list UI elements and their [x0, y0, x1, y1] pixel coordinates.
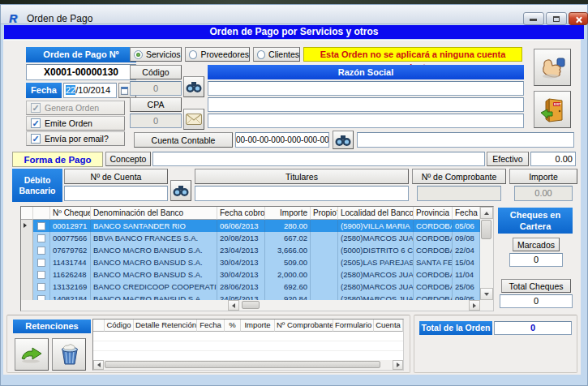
maximize-button[interactable]	[546, 12, 567, 25]
search-cuenta-contable-button[interactable]	[333, 131, 354, 149]
cheques-col-header-3[interactable]: Importe	[265, 207, 311, 220]
cheques-col-header-2[interactable]: Fecha cobro	[217, 207, 265, 220]
cheque-cell	[311, 232, 338, 244]
retenciones-col-header-1[interactable]: Detalle Retención	[134, 320, 197, 332]
radio-servicios[interactable]: Servicios	[130, 47, 182, 62]
checkbox-icon: ✓	[31, 118, 41, 128]
cheque-cell: BANCO CREDICOOP COOPERATIVO LIMITA	[91, 281, 217, 293]
cheques-col-header-5[interactable]: Localidad del Banco	[338, 207, 414, 220]
checkbox-icon: ✓	[31, 134, 41, 144]
order-number-field[interactable]: X0001-00000130	[26, 64, 136, 80]
row-selector-cell[interactable]	[21, 268, 33, 281]
email-button[interactable]	[183, 109, 204, 130]
cheques-col-header-6[interactable]: Provincia	[414, 207, 453, 220]
codigo-button[interactable]: Código	[130, 65, 182, 79]
titulares-field[interactable]	[195, 186, 409, 201]
cheque-row[interactable]: 07679762BANCO MACRO BANSUD S.A.23/04/201…	[21, 244, 480, 256]
codigo-field: 0	[130, 81, 182, 96]
process-retencion-button[interactable]	[15, 338, 49, 371]
cheques-col-header-1[interactable]: Denominación del Banco	[91, 207, 217, 220]
checkbox-emite-orden[interactable]: ✓Emite Orden	[26, 116, 125, 131]
cheque-cell: (2580)MARCOS JUAREZ	[338, 268, 414, 281]
cuenta-contable-detalle-field[interactable]	[357, 132, 574, 148]
cheque-checkbox[interactable]	[37, 283, 45, 291]
cheque-cell: (2580)MARCOS JUAREZ	[338, 232, 414, 244]
concepto-field[interactable]	[152, 152, 485, 166]
cheque-checkbox[interactable]	[37, 271, 45, 279]
radio-icon	[189, 50, 197, 59]
email-field[interactable]	[208, 114, 524, 128]
minimize-button[interactable]	[523, 12, 544, 25]
marcados-button[interactable]: Marcados	[513, 238, 560, 251]
retenciones-col-header-4[interactable]: Importe	[241, 320, 275, 332]
retenciones-col-header-3[interactable]: %	[225, 320, 241, 332]
retenciones-col-header-0[interactable]: Código	[105, 320, 134, 332]
retenciones-col-header-6[interactable]: Formulario	[333, 320, 374, 332]
grid-vertical-scrollbar[interactable]	[480, 207, 493, 300]
delete-retencion-button[interactable]	[52, 338, 86, 371]
scrollbar-thumb[interactable]	[105, 361, 380, 368]
domicilio-field[interactable]	[208, 97, 524, 112]
exit-button[interactable]: EXIT	[534, 91, 571, 128]
radio-clientes[interactable]: Clientes	[253, 47, 300, 62]
scrollbar-thumb[interactable]	[242, 301, 260, 309]
row-selector-cell[interactable]	[21, 256, 33, 268]
retenciones-col-header-5[interactable]: Nº Comprobante	[275, 320, 333, 332]
checkbox-genera-orden[interactable]: ✓Genera Orden	[26, 101, 125, 115]
row-selector-cell[interactable]	[21, 244, 33, 256]
retenciones-col-header-2[interactable]: Fecha	[197, 320, 225, 332]
total-orden-label: Total de la Orden	[419, 321, 492, 335]
date-rest: /10/2014	[75, 85, 110, 95]
cheques-col-header-7[interactable]: Fecha	[453, 207, 480, 220]
cheque-row[interactable]: 00012971BANCO SANTANDER RIO06/06/2013280…	[21, 220, 480, 232]
cheque-row[interactable]: 00077566BBVA BANCO FRANCES S.A.20/08/201…	[21, 232, 480, 244]
cheques-col-header[interactable]	[33, 207, 50, 220]
cheque-cell: 11626248	[50, 268, 91, 281]
cheques-grid-body: 00012971BANCO SANTANDER RIO06/06/2013280…	[21, 220, 480, 302]
concepto-button[interactable]: Concepto	[105, 152, 151, 166]
cheque-checkbox[interactable]	[37, 247, 45, 255]
efectivo-field[interactable]: 0.00	[530, 152, 576, 166]
cheque-checkbox[interactable]	[37, 222, 45, 230]
cheque-row[interactable]: 11626248BANCO MACRO BANSUD S.A.30/04/201…	[21, 268, 480, 281]
numero-cuenta-field[interactable]	[64, 186, 168, 201]
razon-social-field[interactable]	[208, 81, 524, 96]
total-cheques-button[interactable]: Total Cheques	[501, 279, 571, 293]
grid-horizontal-scrollbar[interactable]	[21, 300, 493, 311]
cheque-cell	[311, 244, 338, 256]
date-day-selected: 22	[66, 85, 75, 95]
cheque-row[interactable]: 11431744BANCO MACRO BANSUD S.A.30/04/201…	[21, 256, 480, 268]
search-razon-social-button[interactable]	[183, 76, 204, 97]
search-cuenta-button[interactable]	[170, 180, 191, 201]
cheques-col-header-4[interactable]: Propio?	[311, 207, 338, 220]
cheque-checkbox-cell	[33, 268, 50, 281]
close-button[interactable]	[569, 12, 588, 25]
exit-door-icon: EXIT	[539, 96, 565, 122]
cheques-col-header[interactable]	[21, 207, 33, 220]
cheque-cell: 00012971	[50, 220, 91, 232]
radio-proveedores[interactable]: Proveedores	[185, 47, 250, 62]
row-selector-cell[interactable]	[21, 281, 33, 293]
date-field[interactable]: 22/10/2014	[63, 83, 117, 98]
retenciones-scrollbar[interactable]	[93, 360, 403, 370]
efectivo-button[interactable]: Efectivo	[487, 152, 529, 166]
order-number-header: Orden de Pago Nº	[26, 47, 136, 62]
cuenta-contable-deudora-button[interactable]: Cuenta Contable Deudora	[134, 132, 233, 148]
retenciones-table: CódigoDetalle RetenciónFecha%ImporteNº C…	[92, 319, 404, 371]
cheques-col-header-0[interactable]: Nº Cheque	[50, 207, 91, 220]
checkbox-envia-email[interactable]: ✓Envía por email?	[26, 131, 125, 146]
cheque-cell: 30/04/2013	[217, 268, 265, 281]
retenciones-col-header-7[interactable]: Cuenta	[374, 320, 403, 332]
scroll-left-icon	[97, 362, 101, 367]
retenciones-col-header[interactable]	[93, 320, 105, 332]
cheque-checkbox[interactable]	[37, 259, 45, 267]
confirm-button[interactable]	[534, 49, 571, 86]
cpa-button[interactable]: CPA	[130, 97, 182, 112]
cheque-row[interactable]: 13132169BANCO CREDICOOP COOPERATIVO LIMI…	[21, 281, 480, 293]
scrollbar-thumb[interactable]	[481, 220, 491, 239]
row-selector-cell[interactable]	[21, 232, 33, 244]
cuenta-contable-field[interactable]: 00-00-00-000-000-000-000	[235, 132, 329, 148]
binoculars-icon	[186, 80, 202, 93]
row-selector-cell[interactable]	[21, 220, 33, 232]
cheque-checkbox[interactable]	[37, 234, 45, 242]
